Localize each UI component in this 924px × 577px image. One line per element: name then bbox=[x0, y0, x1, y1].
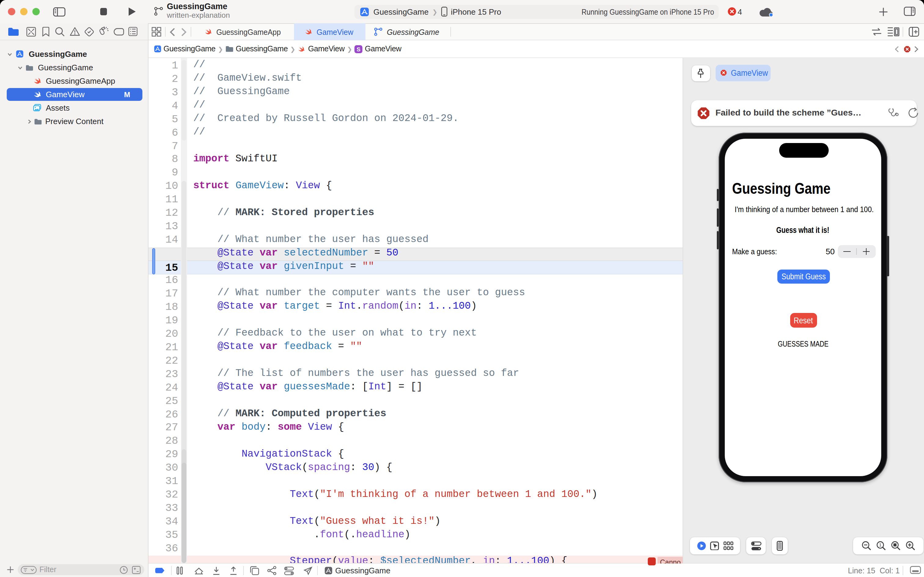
svg-text:1: 1 bbox=[879, 542, 881, 547]
